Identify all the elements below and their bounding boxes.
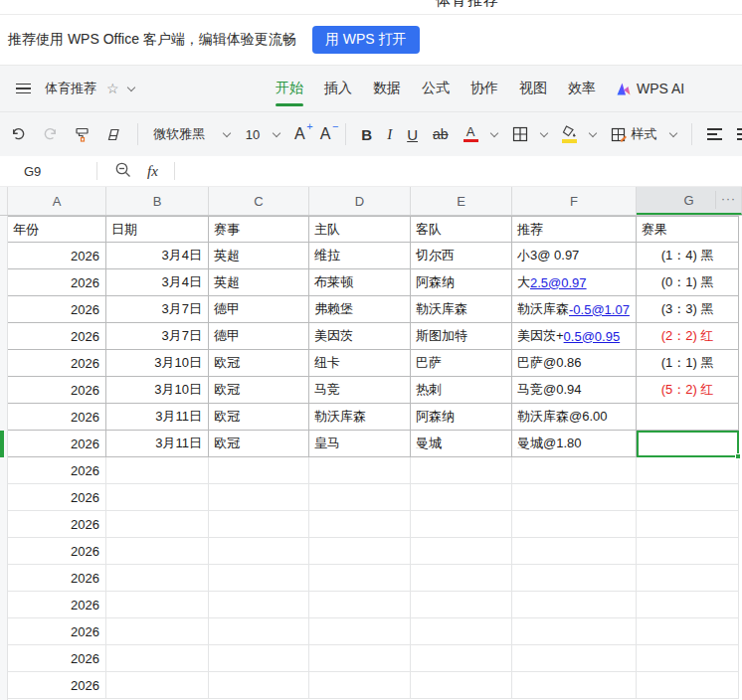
cell[interactable]	[309, 457, 411, 484]
cell[interactable]	[106, 457, 209, 484]
cell[interactable]	[209, 645, 309, 672]
cell[interactable]: 3月10日	[106, 350, 209, 377]
cell[interactable]: 勒沃库森	[411, 296, 512, 323]
header-cell[interactable]: 推荐	[512, 216, 637, 243]
cell[interactable]	[637, 457, 739, 484]
cell[interactable]: 2026	[8, 404, 106, 431]
cell[interactable]	[411, 484, 512, 511]
cell[interactable]	[209, 565, 309, 592]
cell[interactable]	[512, 538, 637, 565]
cell[interactable]: 2026	[8, 457, 106, 484]
cell[interactable]: 阿森纳	[411, 269, 512, 296]
odds-hyperlink[interactable]: -0.5@1.07	[569, 302, 630, 317]
header-cell[interactable]: 日期	[106, 216, 209, 243]
cell[interactable]: (5：2) 红	[637, 377, 739, 404]
cell[interactable]: 欧冠	[209, 404, 309, 431]
cell[interactable]: (0：1) 黑	[637, 269, 739, 296]
cell[interactable]: 维拉	[309, 243, 411, 269]
cell[interactable]	[637, 645, 739, 672]
decrease-font-button[interactable]: A−	[320, 125, 331, 143]
cell[interactable]	[512, 484, 637, 511]
cell[interactable]: 欧冠	[209, 350, 309, 377]
cell[interactable]: 英超	[209, 269, 309, 296]
column-header-B[interactable]: B	[106, 187, 209, 215]
cell[interactable]: 3月11日	[106, 404, 209, 431]
cell[interactable]	[411, 592, 512, 618]
cell[interactable]	[106, 511, 209, 538]
cell[interactable]	[309, 618, 411, 645]
column-header-D[interactable]: D	[309, 187, 411, 215]
header-cell[interactable]: 赛果	[637, 216, 739, 243]
align-center-button[interactable]	[737, 128, 742, 139]
tab-效率[interactable]: 效率	[568, 76, 596, 101]
cell[interactable]: (3：3) 黑	[637, 296, 739, 323]
cell[interactable]	[637, 592, 739, 618]
cell[interactable]	[512, 592, 637, 618]
cell[interactable]: 热刺	[411, 377, 512, 404]
hamburger-menu-icon[interactable]	[16, 84, 31, 94]
cell[interactable]: 欧冠	[209, 377, 309, 404]
strikethrough-button[interactable]: ab	[433, 126, 449, 142]
column-header-G[interactable]: G···	[637, 187, 742, 215]
cell[interactable]	[512, 565, 637, 592]
cell[interactable]: 3月7日	[106, 296, 209, 323]
cell[interactable]: (1：4) 黑	[637, 243, 739, 269]
cell[interactable]	[209, 457, 309, 484]
cell[interactable]	[411, 645, 512, 672]
cell[interactable]: 2026	[8, 269, 106, 296]
odds-hyperlink[interactable]: 2.5@0.97	[530, 275, 587, 290]
cell[interactable]: 大2.5@0.97	[512, 269, 637, 296]
cell[interactable]	[209, 538, 309, 565]
cell[interactable]	[106, 565, 209, 592]
header-cell[interactable]: 客队	[411, 216, 512, 243]
cell[interactable]	[209, 484, 309, 511]
cell[interactable]	[411, 672, 512, 699]
favorite-star-icon[interactable]: ☆	[106, 81, 119, 96]
header-cell[interactable]: 主队	[309, 216, 411, 243]
cell[interactable]: 2026	[8, 592, 106, 618]
cell[interactable]: 3月10日	[106, 377, 209, 404]
tab-协作[interactable]: 协作	[470, 76, 498, 101]
tab-视图[interactable]: 视图	[519, 76, 547, 101]
column-header-A[interactable]: A	[8, 187, 106, 215]
header-cell[interactable]: 赛事	[209, 216, 309, 243]
cell[interactable]: 欧冠	[209, 431, 309, 457]
cell[interactable]: 英超	[209, 243, 309, 269]
cell[interactable]: 3月4日	[106, 269, 209, 296]
row-header-strip[interactable]	[0, 216, 8, 700]
cell[interactable]	[309, 672, 411, 699]
fill-color-button[interactable]	[562, 125, 596, 143]
cell[interactable]	[411, 511, 512, 538]
increase-font-button[interactable]: A+	[294, 125, 305, 143]
column-header-E[interactable]: E	[411, 187, 512, 215]
cell[interactable]	[637, 484, 739, 511]
cell[interactable]	[411, 457, 512, 484]
cell[interactable]: 2026	[8, 323, 106, 350]
cell[interactable]: 美因茨	[309, 323, 411, 350]
cell[interactable]: 弗赖堡	[309, 296, 411, 323]
cell[interactable]	[512, 457, 637, 484]
tab-公式[interactable]: 公式	[422, 76, 450, 101]
italic-button[interactable]: I	[387, 126, 392, 143]
cell[interactable]	[106, 645, 209, 672]
cell[interactable]	[309, 538, 411, 565]
cell[interactable]: 2026	[8, 296, 106, 323]
cell[interactable]: 马竞@0.94	[512, 377, 637, 404]
redo-button[interactable]	[42, 126, 59, 142]
cell[interactable]: 2026	[8, 672, 106, 699]
title-chevron-down-icon[interactable]	[126, 84, 134, 91]
cell[interactable]: 3月11日	[106, 431, 209, 457]
cell[interactable]: 2026	[8, 645, 106, 672]
cell[interactable]: 小3@ 0.97	[512, 243, 637, 269]
cell[interactable]: 2026	[8, 484, 106, 511]
cell[interactable]	[637, 618, 739, 645]
open-in-wps-button[interactable]: 用 WPS 打开	[312, 26, 420, 54]
cell[interactable]: 阿森纳	[411, 404, 512, 431]
cell[interactable]: 斯图加特	[411, 323, 512, 350]
cell[interactable]	[512, 672, 637, 699]
cell[interactable]: 德甲	[209, 296, 309, 323]
format-painter-button[interactable]	[74, 126, 91, 143]
cell[interactable]	[637, 404, 739, 431]
cell[interactable]	[637, 511, 739, 538]
cell[interactable]: (2：2) 红	[637, 323, 739, 350]
